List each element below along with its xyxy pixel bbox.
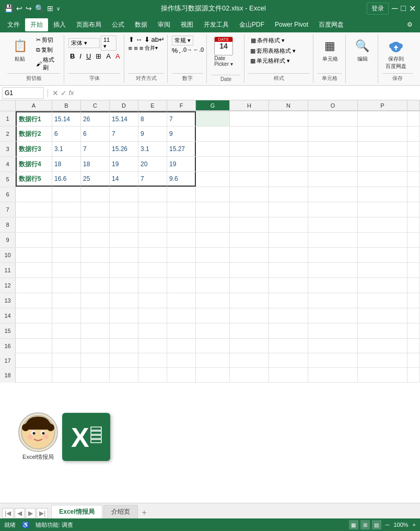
cell-e1[interactable]: 8 xyxy=(138,111,167,126)
page-layout-view-button[interactable]: ⊞ xyxy=(360,520,370,529)
align-top-button[interactable]: ⬆ xyxy=(129,36,134,43)
cell-g2[interactable] xyxy=(196,126,230,141)
cell-n4[interactable] xyxy=(269,157,308,171)
menu-power-pivot[interactable]: Power Pivot xyxy=(270,19,313,30)
cell-d5[interactable]: 14 xyxy=(110,172,138,187)
cell-g1[interactable] xyxy=(196,111,230,126)
maximize-icon[interactable]: □ xyxy=(401,4,406,13)
col-header-b[interactable]: B xyxy=(52,100,81,111)
align-left-button[interactable]: ≡ xyxy=(129,44,133,52)
cell-o3[interactable] xyxy=(308,142,358,156)
percent-button[interactable]: % xyxy=(172,47,178,54)
save-icon[interactable]: 💾 xyxy=(4,4,13,13)
cell-a2[interactable]: 数据行2 xyxy=(16,126,52,141)
merge-button[interactable]: 合并▾ xyxy=(145,44,158,52)
more-icon[interactable]: ∨ xyxy=(56,6,60,11)
cell-b1[interactable]: 15.14 xyxy=(52,111,81,126)
cell-h3[interactable] xyxy=(230,142,269,156)
col-header-a[interactable]: A xyxy=(16,100,52,111)
comma-button[interactable]: , xyxy=(179,47,181,54)
search-icon[interactable]: 🔍 xyxy=(35,4,44,13)
text-direction-button[interactable]: ab↵ xyxy=(151,36,165,43)
tab-nav-last[interactable]: ▶| xyxy=(37,508,48,518)
align-right-button[interactable]: ≡ xyxy=(139,44,144,52)
cell-a6[interactable] xyxy=(16,187,52,202)
close-icon[interactable]: ✕ xyxy=(409,4,416,14)
formula-input[interactable] xyxy=(76,88,418,98)
confirm-formula-icon[interactable]: ✓ xyxy=(61,89,67,97)
cell-o5[interactable] xyxy=(308,172,358,187)
col-header-o[interactable]: O xyxy=(308,100,358,111)
col-header-n[interactable]: N xyxy=(269,100,308,111)
cell-p3[interactable] xyxy=(358,142,407,156)
cell-g5[interactable] xyxy=(196,172,230,187)
cell-o2[interactable] xyxy=(308,126,358,141)
col-header-c[interactable]: C xyxy=(81,100,110,111)
border-button[interactable]: ⊞ xyxy=(94,52,103,61)
tab-nav-prev[interactable]: ◀ xyxy=(15,508,25,518)
cell-e3[interactable]: 3.1 xyxy=(138,142,167,156)
cell-button[interactable]: ▦ 单元格 xyxy=(318,36,343,64)
cell-e2[interactable]: 9 xyxy=(138,126,167,141)
table-style-button[interactable]: ▦ 套用表格格式 ▾ xyxy=(249,47,297,55)
decrease-decimal-button[interactable]: ←.0 xyxy=(193,47,204,54)
cell-a5[interactable]: 数据行5 xyxy=(16,172,52,187)
cell-p4[interactable] xyxy=(358,157,407,171)
cell-n5[interactable] xyxy=(269,172,308,187)
cell-g3[interactable] xyxy=(196,142,230,156)
cell-o1[interactable] xyxy=(308,111,358,126)
cell-b2[interactable]: 6 xyxy=(52,126,81,141)
menu-jinshan-pdf[interactable]: 金山PDF xyxy=(234,18,270,31)
cell-e4[interactable]: 20 xyxy=(138,157,167,171)
cell-g4[interactable] xyxy=(196,157,230,171)
font-name-selector[interactable]: 宋体 ▾ xyxy=(68,38,100,48)
conditional-format-button[interactable]: ▦ 条件格式 ▾ xyxy=(249,36,297,45)
fill-color-button[interactable]: A xyxy=(104,52,112,61)
cell-c3[interactable]: 7 xyxy=(81,142,110,156)
tab-nav-next[interactable]: ▶ xyxy=(26,508,36,518)
cell-c2[interactable]: 6 xyxy=(81,126,110,141)
cell-f2[interactable]: 9 xyxy=(167,126,196,141)
col-header-f[interactable]: F xyxy=(167,100,196,111)
cell-p1[interactable] xyxy=(358,111,407,126)
tab-nav-first[interactable]: |◀ xyxy=(2,508,14,518)
menu-view[interactable]: 视图 xyxy=(176,18,199,31)
cell-d3[interactable]: 15.26 xyxy=(110,142,138,156)
save-cloud-button[interactable]: 保存到百度网盘 xyxy=(382,36,410,71)
align-bottom-button[interactable]: ⬇ xyxy=(144,36,150,43)
copy-button[interactable]: ⧉复制 xyxy=(34,45,61,54)
cell-n2[interactable] xyxy=(269,126,308,141)
paste-button[interactable]: 📋 粘贴 xyxy=(7,36,32,64)
cell-reference-box[interactable]: G1 xyxy=(2,87,44,99)
cell-n3[interactable] xyxy=(269,142,308,156)
cell-a4[interactable]: 数据行4 xyxy=(16,157,52,171)
sheet-tab-intro[interactable]: 介绍页 xyxy=(103,505,138,518)
cell-b5[interactable]: 16.6 xyxy=(52,172,81,187)
number-format-selector[interactable]: 常规 ▾ xyxy=(172,36,193,45)
col-header-d[interactable]: D xyxy=(110,100,138,111)
zoom-in-button[interactable]: + xyxy=(413,522,416,528)
font-color-button[interactable]: A xyxy=(114,52,122,61)
cell-h4[interactable] xyxy=(230,157,269,171)
edit-button[interactable]: 🔍 编辑 xyxy=(350,36,375,64)
font-size-selector[interactable]: 11 ▾ xyxy=(101,36,116,51)
increase-decimal-button[interactable]: .0→ xyxy=(182,47,192,54)
menu-page-layout[interactable]: 页面布局 xyxy=(71,18,107,31)
normal-view-button[interactable]: ▦ xyxy=(349,520,358,529)
menu-home[interactable]: 开始 xyxy=(25,18,48,31)
datepicker-button[interactable]: DATE 14 DatePicker ▾ xyxy=(211,36,236,68)
cell-f4[interactable]: 19 xyxy=(167,157,196,171)
align-center-button[interactable]: ≡ xyxy=(134,44,138,52)
menu-review[interactable]: 审阅 xyxy=(153,18,176,31)
italic-button[interactable]: I xyxy=(78,52,83,61)
cell-h5[interactable] xyxy=(230,172,269,187)
cell-f1[interactable]: 7 xyxy=(167,111,196,126)
menu-baidu-pan[interactable]: 百度网盘 xyxy=(313,18,349,31)
cell-d2[interactable]: 7 xyxy=(110,126,138,141)
menu-developer[interactable]: 开发工具 xyxy=(199,18,234,31)
cell-f5[interactable]: 9.6 xyxy=(167,172,196,187)
format-painter-button[interactable]: 🖌格式刷 xyxy=(34,55,61,72)
menu-insert[interactable]: 插入 xyxy=(48,18,71,31)
cell-p5[interactable] xyxy=(358,172,407,187)
col-header-h[interactable]: H xyxy=(230,100,269,111)
